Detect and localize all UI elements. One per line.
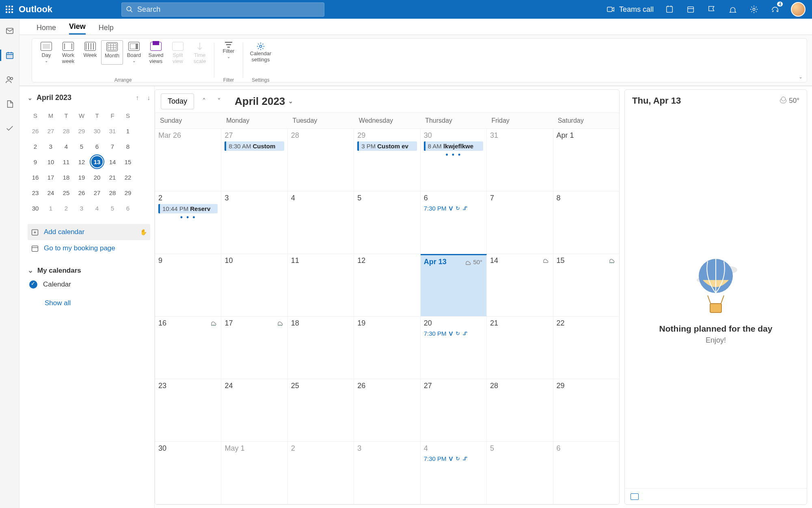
day-cell[interactable]: 17: [221, 317, 287, 379]
day-cell[interactable]: 10: [221, 254, 287, 316]
rail-calendar-icon[interactable]: [0, 48, 19, 63]
mini-day[interactable]: 4: [58, 139, 74, 154]
ribbon-board-button[interactable]: Board⌄: [123, 40, 145, 65]
mini-day[interactable]: 6: [89, 139, 105, 154]
ribbon-day-button[interactable]: Day⌄: [35, 40, 57, 65]
event-link[interactable]: 7:30 PMV↻🖇: [424, 330, 483, 337]
mini-day[interactable]: 8: [120, 139, 136, 154]
day-cell[interactable]: 12: [354, 254, 420, 316]
calendar-checkbox-icon[interactable]: [29, 280, 37, 289]
day-cell[interactable]: 47:30 PMV↻🖇: [421, 442, 487, 504]
mini-day[interactable]: 21: [105, 169, 120, 185]
my-day-icon[interactable]: [685, 4, 696, 15]
mini-day[interactable]: 16: [28, 169, 43, 185]
day-cell[interactable]: 67:30 PMV↻🖇: [421, 191, 487, 254]
mini-day[interactable]: 26: [74, 185, 89, 200]
mini-day[interactable]: 2: [58, 200, 74, 216]
ribbon-workweek-button[interactable]: Workweek: [57, 40, 79, 65]
day-cell[interactable]: 293 PMCustom ev: [354, 129, 420, 191]
mini-day[interactable]: 30: [89, 123, 105, 139]
day-cell[interactable]: 23: [155, 379, 221, 441]
calendar-item[interactable]: Calendar: [28, 277, 150, 292]
day-cell[interactable]: 16: [155, 317, 221, 379]
day-cell[interactable]: 6: [553, 442, 619, 504]
more-events[interactable]: • • •: [158, 213, 218, 222]
mini-day[interactable]: 7: [105, 139, 120, 154]
day-cell[interactable]: 14: [487, 254, 553, 316]
agenda-footer-icon[interactable]: [631, 493, 639, 500]
today-button[interactable]: Today: [161, 93, 194, 109]
mini-day[interactable]: 22: [120, 169, 136, 185]
mini-day[interactable]: 1: [43, 200, 58, 216]
day-cell[interactable]: 29: [553, 379, 619, 441]
day-cell[interactable]: 2: [288, 442, 354, 504]
ribbon-filter-button[interactable]: Filter⌄: [218, 40, 240, 59]
day-cell[interactable]: 308 AMlkwjeflkwe• • •: [421, 129, 487, 191]
day-cell[interactable]: 30: [155, 442, 221, 504]
day-cell[interactable]: 210:44 PMReserv• • •: [155, 191, 221, 254]
mini-day[interactable]: 27: [89, 185, 105, 200]
day-cell[interactable]: 7: [487, 191, 553, 254]
day-cell[interactable]: Apr 1: [553, 129, 619, 191]
teams-call-label[interactable]: Teams call: [619, 5, 654, 14]
notifications-icon[interactable]: [728, 4, 738, 15]
mini-day[interactable]: 27: [43, 123, 58, 139]
mini-day[interactable]: 3: [74, 200, 89, 216]
tips-icon[interactable]: [706, 4, 717, 15]
day-cell[interactable]: 31: [487, 129, 553, 191]
event-link[interactable]: 7:30 PMV↻🖇: [424, 205, 483, 212]
day-cell[interactable]: 5: [487, 442, 553, 504]
day-cell[interactable]: 15: [553, 254, 619, 316]
event-link[interactable]: 7:30 PMV↻🖇: [424, 455, 483, 462]
more-events[interactable]: • • •: [424, 151, 483, 159]
day-cell[interactable]: 26: [354, 379, 420, 441]
mini-day[interactable]: 2: [28, 139, 43, 154]
month-picker[interactable]: April 2023 ⌄: [235, 95, 293, 108]
mini-day[interactable]: 28: [58, 123, 74, 139]
my-calendars-header[interactable]: ⌄ My calendars: [28, 264, 150, 277]
day-cell[interactable]: 25: [288, 379, 354, 441]
mini-day[interactable]: 5: [105, 200, 120, 216]
mini-day[interactable]: 10: [43, 154, 58, 169]
ribbon-month-button[interactable]: Month: [101, 40, 123, 65]
day-cell[interactable]: 22: [553, 317, 619, 379]
event[interactable]: 3 PMCustom ev: [357, 141, 417, 151]
mini-day[interactable]: 31: [105, 123, 120, 139]
day-cell[interactable]: Mar 26: [155, 129, 221, 191]
event[interactable]: 10:44 PMReserv: [158, 204, 218, 213]
mini-next-icon[interactable]: ↓: [147, 94, 150, 102]
ribbon-calendar-settings-button[interactable]: Calendarsettings: [246, 40, 275, 63]
meet-now-icon[interactable]: [664, 4, 675, 15]
rail-people-icon[interactable]: [0, 72, 19, 87]
mini-day[interactable]: 28: [105, 185, 120, 200]
event[interactable]: 8:30 AMCustom: [225, 141, 284, 151]
search-input[interactable]: Search: [121, 2, 324, 17]
teams-call-icon[interactable]: [605, 4, 616, 15]
mini-day[interactable]: 14: [105, 154, 120, 169]
day-cell[interactable]: May 1: [221, 442, 287, 504]
mini-day[interactable]: 24: [43, 185, 58, 200]
mini-day[interactable]: 26: [28, 123, 43, 139]
tab-home[interactable]: Home: [37, 24, 56, 35]
mini-day[interactable]: 19: [74, 169, 89, 185]
mini-day[interactable]: 9: [28, 154, 43, 169]
day-cell[interactable]: 9: [155, 254, 221, 316]
day-cell[interactable]: 5: [354, 191, 420, 254]
mini-day[interactable]: 13: [91, 156, 103, 167]
day-cell[interactable]: 11: [288, 254, 354, 316]
day-cell[interactable]: 24: [221, 379, 287, 441]
day-cell[interactable]: 3: [221, 191, 287, 254]
mini-day[interactable]: 3: [43, 139, 58, 154]
day-cell[interactable]: 28: [487, 379, 553, 441]
next-month-icon[interactable]: ˅: [214, 95, 224, 107]
mini-day[interactable]: 23: [28, 185, 43, 200]
mini-day[interactable]: 29: [120, 185, 136, 200]
mini-day[interactable]: 25: [58, 185, 74, 200]
mini-day[interactable]: 29: [74, 123, 89, 139]
event[interactable]: 8 AMlkwjeflkwe: [424, 141, 483, 151]
settings-icon[interactable]: [749, 4, 759, 15]
app-launcher-icon[interactable]: [0, 0, 19, 19]
day-cell[interactable]: 21: [487, 317, 553, 379]
user-avatar[interactable]: [791, 2, 806, 17]
rail-mail-icon[interactable]: [0, 24, 19, 38]
